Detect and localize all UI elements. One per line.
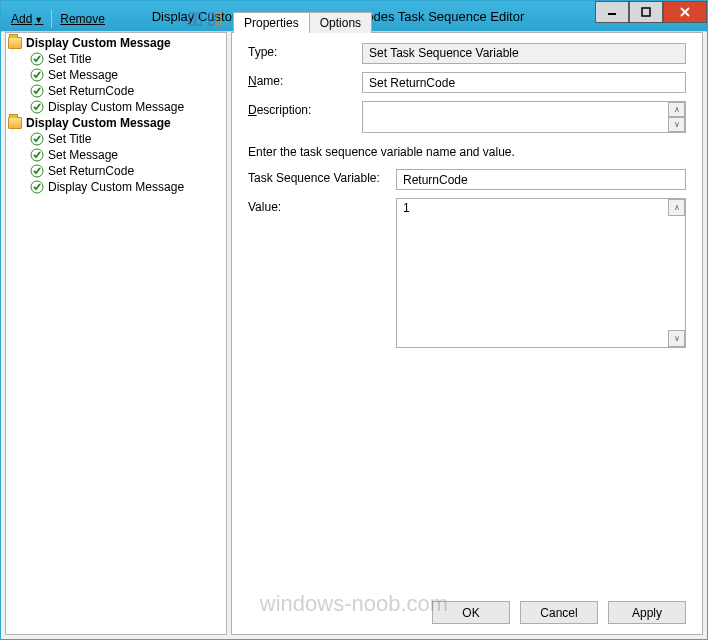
left-column: Add▼ Remove Display Custom Mess: [5, 6, 227, 635]
value-input[interactable]: [397, 199, 668, 347]
check-icon: [30, 180, 44, 194]
remove-button[interactable]: Remove: [58, 11, 107, 27]
svg-rect-6: [209, 13, 214, 25]
tree-item[interactable]: Set Title: [8, 51, 224, 67]
ok-button[interactable]: OK: [432, 601, 510, 624]
value-scrollbar[interactable]: ∧ ∨: [668, 199, 685, 347]
apply-button[interactable]: Apply: [608, 601, 686, 624]
tree-item[interactable]: Display Custom Message: [8, 99, 224, 115]
tab-options[interactable]: Options: [309, 12, 372, 33]
check-icon: [30, 100, 44, 114]
folder-icon: [8, 117, 22, 129]
tree-item[interactable]: Display Custom Message: [8, 179, 224, 195]
value-label: Value:: [248, 198, 388, 214]
form-area: Type: Set Task Sequence Variable Name: D…: [232, 33, 702, 593]
tree-group[interactable]: Display Custom Message: [8, 35, 224, 51]
refresh-icon[interactable]: [207, 11, 223, 27]
toolbar-separator: [51, 10, 52, 28]
check-icon: [30, 132, 44, 146]
description-row: Description: ∧ ∨: [248, 101, 686, 133]
tree-item-label: Set Title: [48, 132, 91, 146]
svg-rect-5: [196, 13, 201, 25]
tree-item-label: Display Custom Message: [48, 100, 184, 114]
outline-toggle-icon[interactable]: [187, 11, 203, 27]
client-area: Add▼ Remove Display Custom Mess: [1, 31, 707, 639]
tree-group[interactable]: Display Custom Message: [8, 115, 224, 131]
tab-properties[interactable]: Properties: [233, 12, 310, 33]
right-column: Properties Options Type: Set Task Sequen…: [231, 6, 703, 635]
tree-item-label: Set ReturnCode: [48, 164, 134, 178]
name-row: Name:: [248, 72, 686, 93]
tree-group-label: Display Custom Message: [26, 36, 171, 50]
tab-strip: Properties Options: [231, 10, 703, 32]
instruction-text: Enter the task sequence variable name an…: [248, 141, 686, 161]
check-icon: [30, 52, 44, 66]
tree-group-label: Display Custom Message: [26, 116, 171, 130]
tree-item-label: Set ReturnCode: [48, 84, 134, 98]
tsv-label: Task Sequence Variable:: [248, 169, 388, 185]
type-label: Type:: [248, 43, 354, 59]
description-scrollbar[interactable]: ∧ ∨: [668, 102, 685, 132]
description-input[interactable]: [363, 102, 668, 132]
tsv-input[interactable]: [396, 169, 686, 190]
type-value: Set Task Sequence Variable: [362, 43, 686, 64]
tree-item[interactable]: Set Title: [8, 131, 224, 147]
check-icon: [30, 148, 44, 162]
tree-item[interactable]: Set Message: [8, 147, 224, 163]
svg-rect-4: [189, 13, 194, 25]
toolbar: Add▼ Remove: [5, 6, 227, 32]
name-label: Name:: [248, 72, 354, 88]
task-sequence-tree[interactable]: Display Custom Message Set Title Set Mes…: [5, 32, 227, 635]
type-row: Type: Set Task Sequence Variable: [248, 43, 686, 64]
tree-item[interactable]: Set ReturnCode: [8, 83, 224, 99]
chevron-down-icon: ▼: [34, 15, 43, 25]
folder-icon: [8, 37, 22, 49]
main-row: Add▼ Remove Display Custom Mess: [5, 6, 703, 635]
tree-item-label: Set Message: [48, 148, 118, 162]
scroll-down-icon[interactable]: ∨: [668, 330, 685, 347]
scroll-up-icon[interactable]: ∧: [668, 102, 685, 117]
dialog-buttons: OK Cancel Apply: [232, 593, 702, 634]
tree-item-label: Set Title: [48, 52, 91, 66]
name-input[interactable]: [362, 72, 686, 93]
check-icon: [30, 164, 44, 178]
scroll-up-icon[interactable]: ∧: [668, 199, 685, 216]
tree-item-label: Set Message: [48, 68, 118, 82]
tsv-row: Task Sequence Variable:: [248, 169, 686, 190]
check-icon: [30, 84, 44, 98]
check-icon: [30, 68, 44, 82]
add-button[interactable]: Add▼: [9, 11, 45, 27]
tree-item[interactable]: Set ReturnCode: [8, 163, 224, 179]
scroll-down-icon[interactable]: ∨: [668, 117, 685, 132]
value-row: Value: ∧ ∨: [248, 198, 686, 389]
description-field-wrap: ∧ ∨: [362, 101, 686, 133]
value-field-wrap: ∧ ∨: [396, 198, 686, 348]
cancel-button[interactable]: Cancel: [520, 601, 598, 624]
tab-panel-properties: Type: Set Task Sequence Variable Name: D…: [231, 32, 703, 635]
editor-window: Display Custom Messages with exit codes …: [0, 0, 708, 640]
tree-item-label: Display Custom Message: [48, 180, 184, 194]
svg-rect-7: [216, 13, 221, 25]
tree-item[interactable]: Set Message: [8, 67, 224, 83]
description-label: Description:: [248, 101, 354, 117]
